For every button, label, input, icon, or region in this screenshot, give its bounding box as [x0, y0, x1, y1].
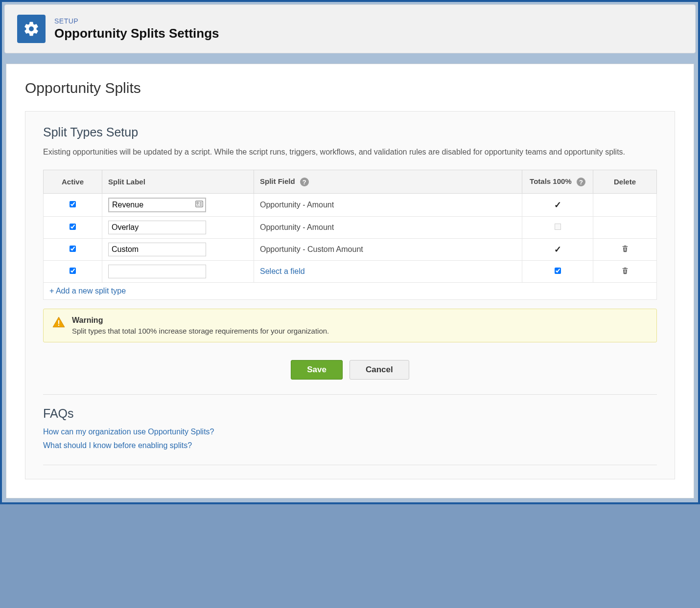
- section-title: Split Types Setup: [43, 125, 657, 139]
- th-active: Active: [44, 170, 102, 194]
- trash-icon[interactable]: [621, 268, 629, 276]
- page-title: Opportunity Splits: [25, 80, 675, 96]
- active-checkbox[interactable]: [70, 201, 76, 207]
- divider: [43, 465, 657, 465]
- active-checkbox[interactable]: [70, 246, 76, 252]
- warning-text: Split types that total 100% increase sto…: [72, 327, 329, 335]
- split-label-input[interactable]: [108, 221, 206, 234]
- setup-header: SETUP Opportunity Splits Settings: [4, 4, 696, 53]
- faq-link[interactable]: What should I know before enabling split…: [43, 441, 657, 450]
- cancel-button[interactable]: Cancel: [350, 360, 409, 380]
- active-checkbox[interactable]: [70, 268, 76, 274]
- add-split-type-link[interactable]: + Add a new split type: [49, 287, 126, 295]
- th-totals: Totals 100% ?: [522, 170, 593, 194]
- warning-box: Warning Split types that total 100% incr…: [43, 309, 657, 342]
- help-icon[interactable]: ?: [300, 178, 309, 186]
- select-field-link[interactable]: Select a field: [260, 267, 305, 275]
- table-row: Select a field: [44, 261, 657, 283]
- split-field-text: Opportunity - Amount: [260, 223, 334, 231]
- warning-icon: [52, 316, 65, 331]
- th-delete: Delete: [593, 170, 657, 194]
- save-button[interactable]: Save: [291, 360, 343, 380]
- svg-rect-6: [58, 325, 59, 326]
- breadcrumb: SETUP: [54, 17, 219, 25]
- page-header-title: Opportunity Splits Settings: [54, 26, 219, 41]
- th-split-label: Split Label: [102, 170, 254, 194]
- table-row: Opportunity - Amount✓: [44, 194, 657, 217]
- faq-link[interactable]: How can my organization use Opportunity …: [43, 428, 657, 436]
- checkmark-icon: ✓: [554, 200, 561, 210]
- svg-rect-5: [58, 320, 59, 324]
- lookup-icon[interactable]: [195, 201, 203, 209]
- decorative-strip: [2, 56, 698, 64]
- section-description: Existing opportunities will be updated b…: [43, 146, 657, 158]
- split-field-text: Opportunity - Amount: [260, 201, 334, 209]
- split-types-table: Active Split Label Split Field ? Totals …: [43, 170, 657, 300]
- th-totals-text: Totals 100%: [530, 177, 572, 185]
- gear-icon: [17, 15, 46, 43]
- help-icon[interactable]: ?: [577, 178, 585, 186]
- active-checkbox[interactable]: [70, 224, 76, 230]
- table-row: Opportunity - Amount: [44, 217, 657, 239]
- totals-checkbox[interactable]: [555, 268, 561, 274]
- split-label-input[interactable]: [108, 243, 206, 256]
- th-split-field-text: Split Field: [260, 177, 295, 185]
- unchecked-box-icon: [555, 224, 561, 230]
- warning-title: Warning: [72, 316, 329, 325]
- table-row: Opportunity - Custom Amount✓: [44, 239, 657, 261]
- split-field-text: Opportunity - Custom Amount: [260, 245, 363, 253]
- faqs-title: FAQs: [43, 406, 657, 421]
- svg-point-1: [197, 202, 198, 203]
- th-split-field: Split Field ?: [254, 170, 522, 194]
- split-label-input[interactable]: [108, 198, 206, 212]
- checkmark-icon: ✓: [554, 245, 561, 254]
- split-label-input[interactable]: [108, 265, 206, 278]
- trash-icon[interactable]: [621, 246, 629, 254]
